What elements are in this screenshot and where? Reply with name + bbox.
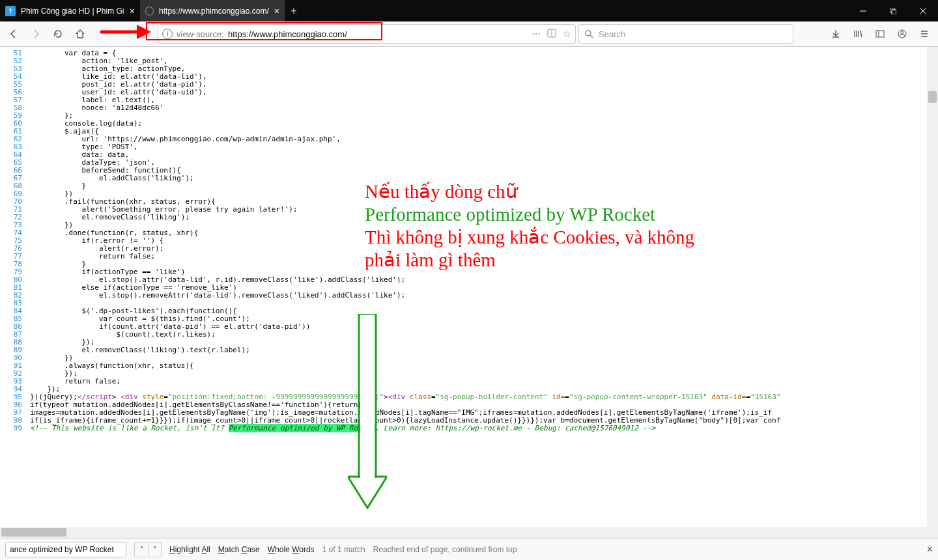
tab-2-active[interactable]: https://www.phimconggiao.com/ ×	[140, 0, 285, 21]
account-button[interactable]	[892, 24, 912, 44]
find-status: Reached end of page, continued from top	[373, 545, 517, 554]
navbar: i view-source:https://www.phimconggiao.c…	[0, 21, 938, 47]
svg-line-8	[590, 35, 593, 38]
tab-title: https://www.phimconggiao.com/	[159, 7, 269, 16]
svg-marker-20	[348, 477, 387, 508]
close-icon[interactable]: ×	[130, 6, 135, 16]
search-placeholder: Search	[599, 29, 625, 39]
find-input[interactable]	[5, 542, 126, 557]
url-bar[interactable]: i view-source:https://www.phimconggiao.c…	[158, 24, 576, 44]
find-close-button[interactable]: ×	[927, 544, 933, 555]
reader-icon[interactable]	[547, 29, 556, 39]
favicon-cross-icon: ✝	[5, 6, 16, 16]
find-bar: ˄ ˅ Highlight All Match Case Whole Words…	[0, 538, 938, 560]
svg-rect-22	[360, 474, 375, 479]
forward-button[interactable]	[26, 24, 46, 44]
new-tab-button[interactable]: +	[285, 0, 303, 21]
tab-1[interactable]: ✝ Phim Công giáo HD | Phim Gi ×	[0, 0, 140, 21]
source-code[interactable]: 51 var data = {52 action: 'like_post',53…	[0, 47, 938, 432]
maximize-button[interactable]	[878, 0, 908, 21]
close-icon[interactable]: ×	[274, 6, 279, 16]
tab-title: Phim Công giáo HD | Phim Gi	[21, 7, 124, 16]
star-icon[interactable]: ☆	[563, 29, 571, 39]
reload-button[interactable]	[48, 24, 68, 44]
find-prev-next: ˄ ˅	[134, 542, 162, 557]
vertical-scrollbar[interactable]	[927, 47, 938, 538]
url-main: https://www.phimconggiao.com/	[228, 29, 347, 39]
scroll-thumb[interactable]	[1, 528, 66, 537]
close-window-button[interactable]	[908, 0, 938, 21]
more-icon[interactable]: ⋯	[532, 29, 541, 39]
find-match-count: 1 of 1 match	[322, 545, 365, 554]
horizontal-scrollbar[interactable]	[0, 527, 927, 538]
svg-point-7	[586, 31, 591, 36]
search-icon	[584, 29, 593, 38]
window-controls	[848, 0, 938, 21]
minimize-button[interactable]	[848, 0, 878, 21]
svg-point-12	[901, 31, 903, 34]
svg-rect-2	[892, 10, 896, 14]
downloads-button[interactable]	[826, 24, 846, 44]
find-highlight-all[interactable]: Highlight All	[169, 545, 210, 554]
library-button[interactable]	[848, 24, 868, 44]
find-next-button[interactable]: ˅	[148, 542, 161, 557]
tabs: ✝ Phim Công giáo HD | Phim Gi × https://…	[0, 0, 303, 21]
source-viewport: 51 var data = {52 action: 'like_post',53…	[0, 47, 938, 538]
find-prev-button[interactable]: ˄	[135, 542, 148, 557]
url-prefix: view-source:	[177, 29, 224, 39]
svg-rect-9	[876, 31, 884, 37]
search-bar[interactable]: Search	[578, 24, 793, 44]
sidebar-button[interactable]	[870, 24, 890, 44]
svg-marker-21	[351, 478, 384, 504]
menu-button[interactable]	[915, 24, 934, 44]
scroll-thumb[interactable]	[928, 91, 937, 103]
find-whole-words[interactable]: Whole Words	[268, 545, 315, 554]
home-button[interactable]	[70, 24, 90, 44]
favicon-globe-icon	[145, 7, 154, 16]
back-button[interactable]	[4, 24, 23, 44]
info-icon[interactable]: i	[162, 29, 173, 39]
find-match-case[interactable]: Match Case	[218, 545, 260, 554]
titlebar: ✝ Phim Công giáo HD | Phim Gi × https://…	[0, 0, 938, 21]
